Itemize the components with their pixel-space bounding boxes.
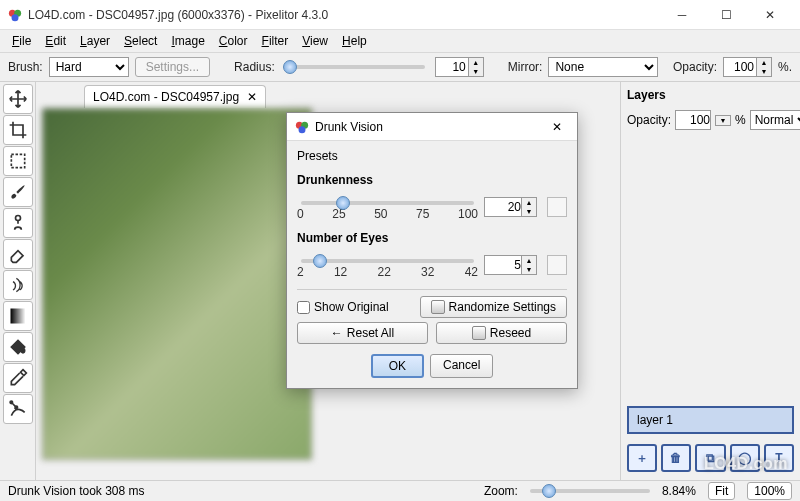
presets-menu[interactable]: Presets [297,147,567,169]
dialog-title-bar[interactable]: Drunk Vision ✕ [287,113,577,141]
reset-all-button[interactable]: ←Reset All [297,322,428,344]
canvas-image [42,108,312,460]
zoom-label: Zoom: [484,484,518,498]
dialog-close-icon[interactable]: ✕ [545,120,569,134]
blend-mode-select[interactable]: Normal [750,110,800,130]
zoom-slider[interactable] [530,489,650,493]
text-layer-button[interactable]: T [764,444,794,472]
layers-panel: Layers Opacity: ▼ % Normal layer 1 ＋ 🗑 ⧉… [620,82,800,480]
svg-point-6 [10,401,13,404]
delete-layer-button[interactable]: 🗑 [661,444,691,472]
duplicate-layer-button[interactable]: ⧉ [695,444,725,472]
document-tab[interactable]: LO4D.com - DSC04957.jpg ✕ [84,85,266,108]
eyes-reset-icon[interactable] [547,255,567,275]
opacity-label: Opacity: [673,60,717,74]
brush-select[interactable]: Hard [49,57,129,77]
mask-layer-button[interactable]: ◯ [730,444,760,472]
drunkenness-label: Drunkenness [297,173,567,187]
drunkenness-slider[interactable] [301,201,474,205]
menu-image[interactable]: Image [165,32,210,50]
drunkenness-input[interactable] [484,197,522,217]
clone-tool[interactable] [3,208,33,238]
eyes-label: Number of Eyes [297,231,567,245]
layer-opacity-spinner[interactable]: ▼ [715,115,731,126]
mirror-select[interactable]: None [548,57,658,77]
window-title: LO4D.com - DSC04957.jpg (6000x3376) - Pi… [28,8,660,22]
radius-label: Radius: [234,60,275,74]
add-layer-button[interactable]: ＋ [627,444,657,472]
dialog-divider [297,289,567,290]
zoom-percent: 8.84% [662,484,696,498]
smudge-tool[interactable] [3,270,33,300]
svg-rect-3 [11,154,24,167]
ok-button[interactable]: OK [371,354,424,378]
arrow-left-icon: ← [331,326,343,340]
bucket-tool[interactable] [3,332,33,362]
menu-edit[interactable]: Edit [39,32,72,50]
eyes-input[interactable] [484,255,522,275]
zoom-100-button[interactable]: 100% [747,482,792,500]
status-message: Drunk Vision took 308 ms [8,484,145,498]
brush-tool[interactable] [3,177,33,207]
percent-label: % [735,113,746,127]
opacity-spinner[interactable]: ▲▼ [757,57,772,77]
svg-rect-5 [10,309,25,324]
eraser-tool[interactable] [3,239,33,269]
minimize-button[interactable]: ─ [660,1,704,29]
radius-input[interactable] [435,57,469,77]
menu-file[interactable]: File [6,32,37,50]
radius-slider[interactable] [285,65,425,69]
svg-point-2 [12,14,19,21]
gradient-tool[interactable] [3,301,33,331]
drunk-vision-dialog: Drunk Vision ✕ Presets Drunkenness 0 25 … [286,112,578,389]
brush-settings-button[interactable]: Settings... [135,57,210,77]
radius-spinner[interactable]: ▲▼ [469,57,484,77]
opacity-suffix: %. [778,60,792,74]
drunkenness-spinner[interactable]: ▲▼ [522,197,537,217]
dialog-logo-icon [295,120,309,134]
menu-color[interactable]: Color [213,32,254,50]
menu-view[interactable]: View [296,32,334,50]
svg-point-7 [15,406,17,409]
cancel-button[interactable]: Cancel [430,354,493,378]
eyedropper-tool[interactable] [3,363,33,393]
close-button[interactable]: ✕ [748,1,792,29]
dice-icon [431,300,445,314]
eyes-slider[interactable] [301,259,474,263]
eyes-spinner[interactable]: ▲▼ [522,255,537,275]
toolbox [0,82,36,480]
tab-label: LO4D.com - DSC04957.jpg [93,90,239,104]
crop-tool[interactable] [3,115,33,145]
menu-help[interactable]: Help [336,32,373,50]
selection-tool[interactable] [3,146,33,176]
layers-heading: Layers [627,84,794,106]
reseed-button[interactable]: Reseed [436,322,567,344]
opacity-input[interactable] [723,57,757,77]
svg-point-4 [15,216,20,221]
move-tool[interactable] [3,84,33,114]
tab-bar: LO4D.com - DSC04957.jpg ✕ [36,82,620,108]
layer-item[interactable]: layer 1 [627,406,794,434]
tab-close-icon[interactable]: ✕ [247,90,257,104]
randomize-button[interactable]: Randomize Settings [420,296,567,318]
maximize-button[interactable]: ☐ [704,1,748,29]
pen-tool[interactable] [3,394,33,424]
brush-label: Brush: [8,60,43,74]
zoom-fit-button[interactable]: Fit [708,482,735,500]
dialog-title: Drunk Vision [315,120,545,134]
svg-point-10 [299,126,306,133]
options-bar: Brush: Hard Settings... Radius: ▲▼ Mirro… [0,52,800,82]
app-logo-icon [8,8,22,22]
show-original-checkbox[interactable]: Show Original [297,300,389,314]
layer-opacity-input[interactable] [675,110,711,130]
menu-filter[interactable]: Filter [256,32,295,50]
status-bar: Drunk Vision took 308 ms Zoom: 8.84% Fit… [0,480,800,501]
dice-icon [472,326,486,340]
menu-layer[interactable]: Layer [74,32,116,50]
layer-name: layer 1 [637,413,673,427]
drunkenness-reset-icon[interactable] [547,197,567,217]
mirror-label: Mirror: [508,60,543,74]
menu-bar: File Edit Layer Select Image Color Filte… [0,30,800,52]
title-bar: LO4D.com - DSC04957.jpg (6000x3376) - Pi… [0,0,800,30]
menu-select[interactable]: Select [118,32,163,50]
